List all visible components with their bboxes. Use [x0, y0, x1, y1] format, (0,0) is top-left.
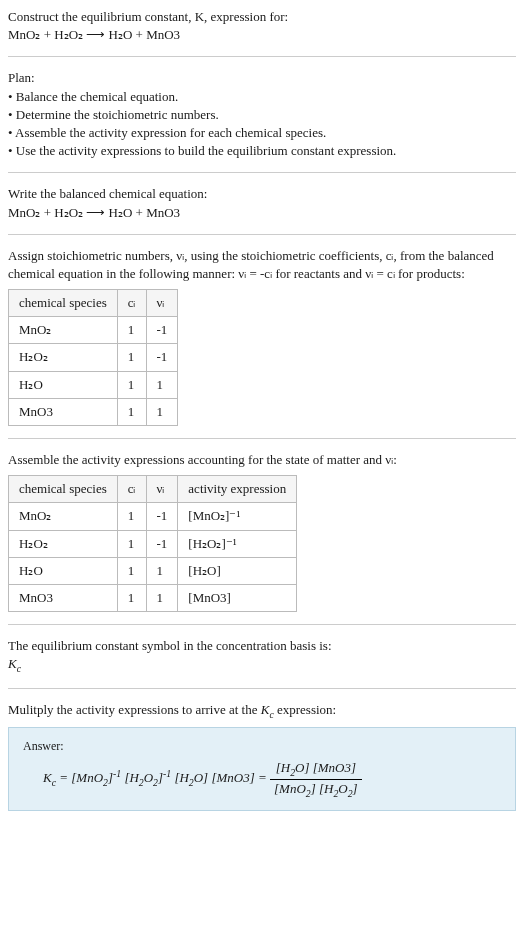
- table-cell: H₂O: [9, 371, 118, 398]
- answer-fraction: [H2O] [MnO3] [MnO2] [H2O2]: [270, 759, 362, 800]
- balanced-equation: MnO₂ + H₂O₂ ⟶ H₂O + MnO3: [8, 204, 516, 222]
- table-header: νᵢ: [146, 476, 178, 503]
- multiply-text: Mulitply the activity expressions to arr…: [8, 701, 516, 721]
- table-header: νᵢ: [146, 290, 178, 317]
- plan-item: • Balance the chemical equation.: [8, 88, 516, 106]
- plan-heading: Plan:: [8, 69, 516, 87]
- table-cell: MnO3: [9, 584, 118, 611]
- table-row: H₂O₂ 1 -1: [9, 344, 178, 371]
- table-cell: [H₂O]: [178, 557, 297, 584]
- answer-lhs: Kc = [MnO2]-1 [H2O2]-1 [H2O] [MnO3] =: [43, 770, 270, 785]
- table-cell: 1: [117, 584, 146, 611]
- plan-item: • Use the activity expressions to build …: [8, 142, 516, 160]
- balanced-heading: Write the balanced chemical equation:: [8, 185, 516, 203]
- table-cell: 1: [117, 503, 146, 530]
- table-cell: [MnO₂]⁻¹: [178, 503, 297, 530]
- table-row: H₂O 1 1 [H₂O]: [9, 557, 297, 584]
- table-header: chemical species: [9, 290, 118, 317]
- table-cell: MnO3: [9, 398, 118, 425]
- symbol-section: The equilibrium constant symbol in the c…: [8, 637, 516, 675]
- table-header-row: chemical species cᵢ νᵢ: [9, 290, 178, 317]
- symbol-kc: Kc: [8, 655, 516, 675]
- table-cell: 1: [146, 398, 178, 425]
- divider: [8, 56, 516, 57]
- intro-equation: MnO₂ + H₂O₂ ⟶ H₂O + MnO3: [8, 26, 516, 44]
- table-cell: -1: [146, 344, 178, 371]
- fraction-numerator: [H2O] [MnO3]: [270, 759, 362, 780]
- divider: [8, 438, 516, 439]
- table-header-row: chemical species cᵢ νᵢ activity expressi…: [9, 476, 297, 503]
- table-cell: 1: [146, 371, 178, 398]
- answer-expression: Kc = [MnO2]-1 [H2O2]-1 [H2O] [MnO3] = [H…: [23, 759, 501, 800]
- table-cell: 1: [117, 371, 146, 398]
- plan-item: • Assemble the activity expression for e…: [8, 124, 516, 142]
- table-row: MnO3 1 1: [9, 398, 178, 425]
- divider: [8, 624, 516, 625]
- plan-section: Plan: • Balance the chemical equation. •…: [8, 69, 516, 160]
- stoich-text: Assign stoichiometric numbers, νᵢ, using…: [8, 247, 516, 283]
- table-cell: [H₂O₂]⁻¹: [178, 530, 297, 557]
- table-cell: H₂O₂: [9, 344, 118, 371]
- divider: [8, 172, 516, 173]
- activity-text: Assemble the activity expressions accoun…: [8, 451, 516, 469]
- symbol-text: The equilibrium constant symbol in the c…: [8, 637, 516, 655]
- table-cell: -1: [146, 317, 178, 344]
- table-cell: 1: [146, 584, 178, 611]
- table-header: activity expression: [178, 476, 297, 503]
- answer-box: Answer: Kc = [MnO2]-1 [H2O2]-1 [H2O] [Mn…: [8, 727, 516, 811]
- table-cell: -1: [146, 530, 178, 557]
- table-row: H₂O 1 1: [9, 371, 178, 398]
- table-header: cᵢ: [117, 476, 146, 503]
- table-header: chemical species: [9, 476, 118, 503]
- table-cell: 1: [117, 398, 146, 425]
- intro-section: Construct the equilibrium constant, K, e…: [8, 8, 516, 44]
- table-cell: 1: [117, 530, 146, 557]
- answer-label: Answer:: [23, 738, 501, 755]
- table-cell: H₂O: [9, 557, 118, 584]
- stoich-table: chemical species cᵢ νᵢ MnO₂ 1 -1 H₂O₂ 1 …: [8, 289, 178, 426]
- table-cell: MnO₂: [9, 503, 118, 530]
- table-row: MnO₂ 1 -1 [MnO₂]⁻¹: [9, 503, 297, 530]
- balanced-section: Write the balanced chemical equation: Mn…: [8, 185, 516, 221]
- table-cell: 1: [146, 557, 178, 584]
- fraction-denominator: [MnO2] [H2O2]: [270, 780, 362, 800]
- plan-item: • Determine the stoichiometric numbers.: [8, 106, 516, 124]
- divider: [8, 234, 516, 235]
- multiply-section: Mulitply the activity expressions to arr…: [8, 701, 516, 721]
- table-cell: H₂O₂: [9, 530, 118, 557]
- table-cell: 1: [117, 317, 146, 344]
- table-cell: -1: [146, 503, 178, 530]
- table-row: H₂O₂ 1 -1 [H₂O₂]⁻¹: [9, 530, 297, 557]
- table-cell: 1: [117, 344, 146, 371]
- activity-table: chemical species cᵢ νᵢ activity expressi…: [8, 475, 297, 612]
- table-header: cᵢ: [117, 290, 146, 317]
- stoich-section: Assign stoichiometric numbers, νᵢ, using…: [8, 247, 516, 426]
- activity-section: Assemble the activity expressions accoun…: [8, 451, 516, 612]
- divider: [8, 688, 516, 689]
- table-cell: [MnO3]: [178, 584, 297, 611]
- table-row: MnO₂ 1 -1: [9, 317, 178, 344]
- table-cell: 1: [117, 557, 146, 584]
- intro-line1: Construct the equilibrium constant, K, e…: [8, 8, 516, 26]
- intro-text: Construct the equilibrium constant, K, e…: [8, 9, 288, 24]
- table-row: MnO3 1 1 [MnO3]: [9, 584, 297, 611]
- table-cell: MnO₂: [9, 317, 118, 344]
